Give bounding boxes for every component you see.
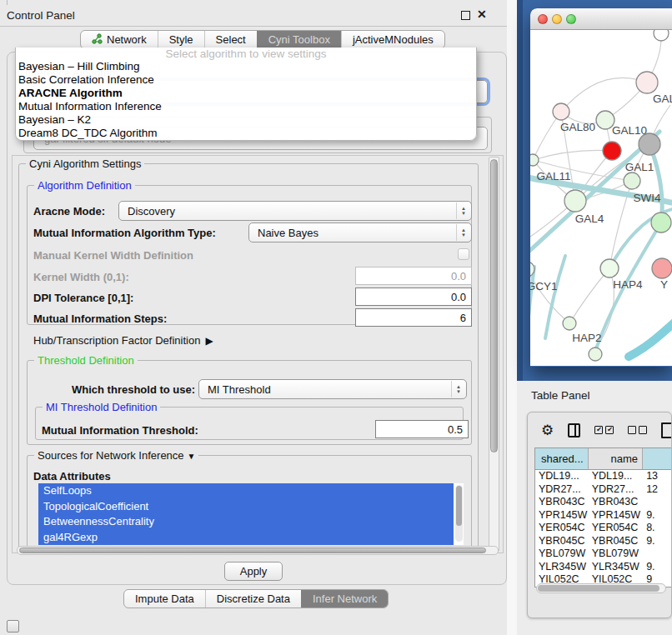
tab-discretize-data[interactable]: Discretize Data <box>205 590 301 608</box>
network-node-hap2[interactable] <box>563 317 576 330</box>
network-node[interactable] <box>589 348 602 361</box>
list-vertical-scrollbar[interactable] <box>455 485 463 542</box>
table-row[interactable]: YDL19... YDL19... 13 <box>535 470 672 483</box>
collapse-arrow-icon: ▼ <box>188 452 196 461</box>
deselect-all-icon[interactable] <box>628 426 647 434</box>
checked-box-icon: ✔ <box>594 426 603 434</box>
data-attributes-list: SelfLoops TopologicalCoefficient Between… <box>38 483 464 545</box>
network-window-titlebar[interactable] <box>530 8 672 30</box>
node-label-gal10: GAL10 <box>612 124 647 137</box>
network-node-gal1[interactable] <box>624 172 640 189</box>
window-close-button[interactable] <box>538 14 548 24</box>
network-node-selected-red[interactable] <box>603 142 621 160</box>
sources-group-title[interactable]: Sources for Network Inference▼ <box>34 449 198 462</box>
scrollbar-thumb[interactable] <box>19 548 486 553</box>
apply-button-label: Apply <box>240 565 268 578</box>
network-node-hap4[interactable] <box>600 259 619 278</box>
scrollbar-thumb[interactable] <box>490 159 498 452</box>
column-header-name[interactable]: name <box>589 448 643 469</box>
node-label-swi4: SWI4 <box>633 192 660 204</box>
network-area-edge <box>517 0 523 381</box>
combo-spinner-icon: ▲▼ <box>456 224 470 241</box>
settings-horizontal-scrollbar[interactable] <box>17 546 499 555</box>
mi-type-label: Mutual Information Algorithm Type: <box>33 227 216 239</box>
dropdown-item-mutual-info[interactable]: Mutual Information Inference <box>16 100 476 113</box>
table-horizontal-scrollbar[interactable] <box>536 583 666 593</box>
tab-jactivemnodules[interactable]: jActiveMNodules <box>341 31 444 48</box>
table-row[interactable]: YBL079W YBL079W <box>535 548 672 561</box>
table-row[interactable]: YBR045C YBR045C 9. <box>535 535 672 548</box>
network-node-bright-green[interactable] <box>651 212 671 232</box>
bottom-tabbar: Impute Data Discretize Data Infer Networ… <box>123 589 389 608</box>
column-header-cut[interactable] <box>643 448 672 469</box>
select-all-icon[interactable]: ✔ ✔ <box>594 426 614 434</box>
panel-splitter[interactable] <box>507 0 517 635</box>
node-label-gal4: GAL4 <box>575 212 604 225</box>
tab-cyni-toolbox[interactable]: Cyni Toolbox <box>257 31 341 48</box>
tab-network[interactable]: Network <box>81 31 158 48</box>
mi-threshold-field[interactable]: 0.5 <box>375 420 469 438</box>
network-node-gal80[interactable] <box>553 103 569 120</box>
tab-style[interactable]: Style <box>158 31 204 48</box>
combo-spinner-icon: ▲▼ <box>456 202 470 219</box>
network-canvas[interactable]: GAL GAL80 GAL10 GAL1 GAL11 SWI4 GAL4 GCY… <box>530 30 672 366</box>
network-node-gal[interactable] <box>636 72 658 93</box>
columns-icon[interactable] <box>568 423 580 438</box>
table-row[interactable]: YDR27... YDR27... 12 <box>535 483 672 497</box>
dropdown-item-dream8[interactable]: Dream8 DC_TDC Algorithm <box>16 127 476 140</box>
kernel-width-value: 0.0 <box>451 270 466 282</box>
node-label-gal11: GAL11 <box>536 170 570 182</box>
table-row[interactable]: YLR345W YLR345W 9. <box>535 561 672 574</box>
table-row[interactable]: YBR043C YBR043C <box>535 496 672 509</box>
dropdown-item-aracne[interactable]: ARACNE Algorithm <box>16 87 476 100</box>
network-view-area: GAL GAL80 GAL10 GAL1 GAL11 SWI4 GAL4 GCY… <box>517 0 672 381</box>
algorithm-dropdown-popup: Select algorithm to view settings Bayesi… <box>15 48 477 141</box>
tab-network-label: Network <box>107 33 147 46</box>
control-panel-tabbar: Network Style Select Cyni Toolbox jActiv… <box>80 30 445 49</box>
float-panel-icon[interactable] <box>461 11 470 20</box>
node-label-y: Y <box>660 278 668 291</box>
settings-vertical-scrollbar[interactable] <box>489 157 499 552</box>
dropdown-item-bayesian-k2[interactable]: Bayesian – K2 <box>16 113 476 127</box>
network-node-gal4[interactable] <box>564 190 586 212</box>
scrollbar-thumb[interactable] <box>538 585 659 592</box>
which-threshold-combobox[interactable]: MI Threshold ▲▼ <box>198 379 467 399</box>
network-node-salmon[interactable] <box>652 258 672 278</box>
network-node[interactable] <box>654 30 669 41</box>
document-icon[interactable] <box>661 422 672 438</box>
minimized-panel-icon[interactable] <box>7 620 19 632</box>
scrollbar-thumb[interactable] <box>456 486 462 526</box>
column-header-shared-name[interactable]: shared... <box>535 448 589 469</box>
dropdown-placeholder: Select algorithm to view settings <box>16 48 476 60</box>
list-item-betweennesscentrality[interactable]: BetweennessCentrality <box>38 514 454 530</box>
list-item-selfloops[interactable]: SelfLoops <box>38 483 454 499</box>
tab-discretize-data-label: Discretize Data <box>217 592 290 605</box>
table-row[interactable]: YPR145W YPR145W 9. <box>535 509 672 522</box>
kernel-width-field[interactable]: 0.0 <box>355 267 472 285</box>
hub-definition-toggle[interactable]: Hub/Transcription Factor Definition▶ <box>33 334 213 347</box>
tab-select[interactable]: Select <box>204 31 257 48</box>
node-label-gal1: GAL1 <box>625 161 654 173</box>
dropdown-item-bayesian-hill[interactable]: Bayesian – Hill Climbing <box>16 60 476 73</box>
list-item-gal4rgexp[interactable]: gal4RGexp <box>38 530 454 546</box>
mi-steps-field[interactable]: 6 <box>355 308 472 327</box>
network-window[interactable]: GAL GAL80 GAL10 GAL1 GAL11 SWI4 GAL4 GCY… <box>530 8 672 367</box>
aracne-mode-combobox[interactable]: Discovery ▲▼ <box>118 201 472 221</box>
list-item-topologicalcoefficient[interactable]: TopologicalCoefficient <box>38 499 454 515</box>
window-zoom-button[interactable] <box>566 14 576 24</box>
manual-kernel-checkbox[interactable] <box>458 248 469 260</box>
node-label-hap2: HAP2 <box>572 332 601 344</box>
mi-type-combobox[interactable]: Naive Bayes ▲▼ <box>248 222 472 242</box>
tab-infer-network[interactable]: Infer Network <box>301 590 388 608</box>
window-minimize-button[interactable] <box>552 14 562 24</box>
network-graph: GAL GAL80 GAL10 GAL1 GAL11 SWI4 GAL4 GCY… <box>530 30 672 366</box>
which-threshold-label: Which threshold to use: <box>72 383 195 396</box>
dpi-tolerance-field[interactable]: 0.0 <box>355 288 472 306</box>
dropdown-item-basic-correlation[interactable]: Basic Correlation Inference <box>16 73 476 87</box>
close-panel-icon[interactable]: ✕ <box>477 8 487 21</box>
apply-button[interactable]: Apply <box>224 562 283 581</box>
network-node-gal11[interactable] <box>530 154 539 166</box>
gear-icon[interactable]: ⚙ <box>541 422 554 439</box>
tab-impute-data[interactable]: Impute Data <box>124 590 205 608</box>
table-row[interactable]: YER054C YER054C 8. <box>535 522 672 535</box>
